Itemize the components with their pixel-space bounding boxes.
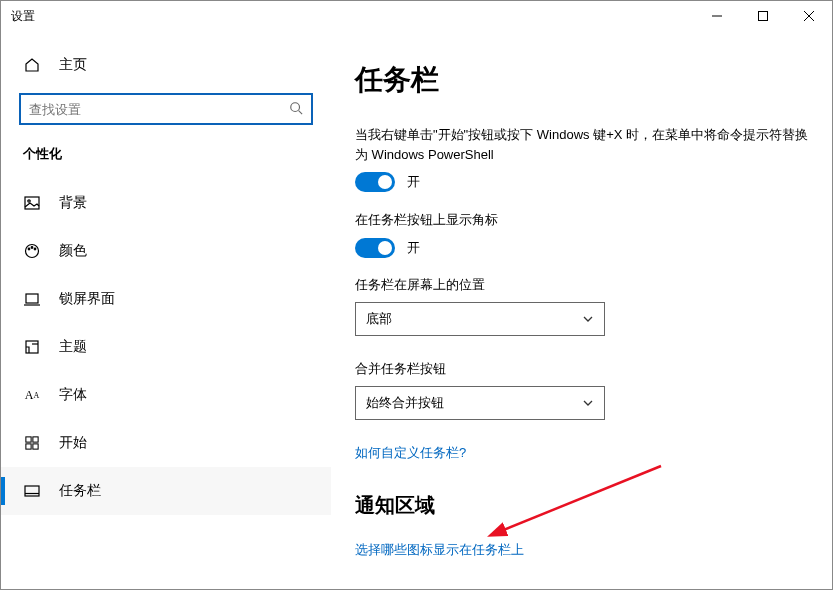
toggle-state-label: 开 xyxy=(407,173,420,191)
svg-point-4 xyxy=(291,102,300,111)
close-icon xyxy=(804,11,814,21)
sidebar-item-taskbar[interactable]: 任务栏 xyxy=(1,467,331,515)
close-button[interactable] xyxy=(786,1,832,31)
sidebar-item-label: 主题 xyxy=(59,338,87,356)
sidebar-item-label: 背景 xyxy=(59,194,87,212)
combine-buttons-select[interactable]: 始终合并按钮 xyxy=(355,386,605,420)
home-link[interactable]: 主页 xyxy=(1,45,331,85)
body: 主页 个性化 背景 xyxy=(1,31,832,589)
toggle-row-badges: 开 xyxy=(355,238,814,258)
svg-rect-6 xyxy=(25,197,39,209)
minimize-icon xyxy=(712,11,722,21)
svg-rect-18 xyxy=(33,444,38,449)
window-title: 设置 xyxy=(11,8,35,25)
settings-window: 设置 主页 xyxy=(0,0,833,590)
toggle-row-powershell: 开 xyxy=(355,172,814,192)
svg-point-10 xyxy=(31,247,33,249)
lockscreen-icon xyxy=(23,290,41,308)
sidebar-item-lockscreen[interactable]: 锁屏界面 xyxy=(1,275,331,323)
start-icon xyxy=(23,434,41,452)
sidebar-item-label: 任务栏 xyxy=(59,482,101,500)
svg-rect-12 xyxy=(26,294,38,303)
select-value: 底部 xyxy=(366,310,392,328)
svg-rect-15 xyxy=(26,437,31,442)
svg-rect-16 xyxy=(33,437,38,442)
notification-area-title: 通知区域 xyxy=(355,492,814,519)
select-icons-link[interactable]: 选择哪些图标显示在任务栏上 xyxy=(355,541,524,559)
toggle-badges[interactable] xyxy=(355,238,395,258)
select-value: 始终合并按钮 xyxy=(366,394,444,412)
search-input[interactable] xyxy=(29,102,289,117)
home-icon xyxy=(23,56,41,74)
setting-powershell-desc: 当我右键单击"开始"按钮或按下 Windows 键+X 时，在菜单中将命令提示符… xyxy=(355,125,814,164)
sidebar-item-label: 开始 xyxy=(59,434,87,452)
svg-rect-1 xyxy=(759,12,768,21)
themes-icon xyxy=(23,338,41,356)
minimize-button[interactable] xyxy=(694,1,740,31)
svg-rect-19 xyxy=(25,486,39,496)
sidebar-item-label: 字体 xyxy=(59,386,87,404)
toggle-powershell[interactable] xyxy=(355,172,395,192)
sidebar-item-background[interactable]: 背景 xyxy=(1,179,331,227)
search-wrap xyxy=(1,85,331,137)
sidebar-item-label: 颜色 xyxy=(59,242,87,260)
search-icon xyxy=(289,101,303,118)
toggle-knob xyxy=(378,241,392,255)
nav-list: 背景 颜色 锁屏界面 xyxy=(1,179,331,515)
titlebar: 设置 xyxy=(1,1,832,31)
chevron-down-icon xyxy=(582,397,594,409)
search-box[interactable] xyxy=(19,93,313,125)
home-label: 主页 xyxy=(59,56,87,74)
sidebar-item-start[interactable]: 开始 xyxy=(1,419,331,467)
chevron-down-icon xyxy=(582,313,594,325)
fonts-icon: AA xyxy=(23,386,41,404)
sidebar-item-themes[interactable]: 主题 xyxy=(1,323,331,371)
sidebar: 主页 个性化 背景 xyxy=(1,31,331,589)
sidebar-section-title: 个性化 xyxy=(1,137,331,179)
svg-rect-17 xyxy=(26,444,31,449)
page-title: 任务栏 xyxy=(355,61,814,99)
taskbar-position-label: 任务栏在屏幕上的位置 xyxy=(355,276,814,294)
svg-line-5 xyxy=(299,110,303,114)
combine-buttons-label: 合并任务栏按钮 xyxy=(355,360,814,378)
sidebar-item-label: 锁屏界面 xyxy=(59,290,115,308)
svg-point-7 xyxy=(28,200,30,202)
setting-badges-desc: 在任务栏按钮上显示角标 xyxy=(355,210,814,230)
window-controls xyxy=(694,1,832,31)
taskbar-icon xyxy=(23,482,41,500)
palette-icon xyxy=(23,242,41,260)
svg-point-9 xyxy=(28,248,30,250)
sidebar-item-fonts[interactable]: AA 字体 xyxy=(1,371,331,419)
toggle-state-label: 开 xyxy=(407,239,420,257)
taskbar-position-select[interactable]: 底部 xyxy=(355,302,605,336)
customize-taskbar-link[interactable]: 如何自定义任务栏? xyxy=(355,444,466,462)
picture-icon xyxy=(23,194,41,212)
maximize-button[interactable] xyxy=(740,1,786,31)
sidebar-item-colors[interactable]: 颜色 xyxy=(1,227,331,275)
content-pane: 任务栏 当我右键单击"开始"按钮或按下 Windows 键+X 时，在菜单中将命… xyxy=(331,31,832,589)
svg-point-11 xyxy=(34,248,36,250)
maximize-icon xyxy=(758,11,768,21)
toggle-knob xyxy=(378,175,392,189)
